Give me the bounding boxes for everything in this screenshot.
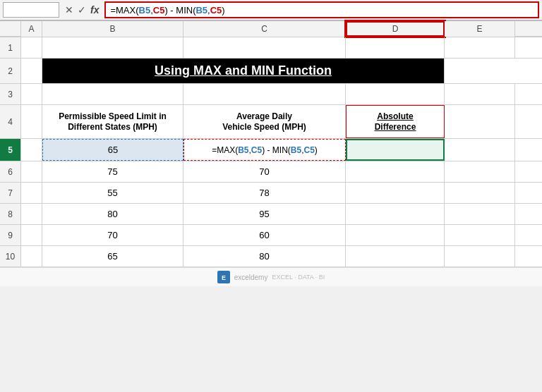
row-num-6: 6 [0, 161, 21, 182]
cell-c1[interactable] [183, 37, 346, 58]
formula-text: =MAX(B5,C5) - MIN(B5,C5) [110, 5, 224, 16]
fx-label: fx [90, 4, 99, 16]
cell-c4[interactable]: Average DailyVehicle Speed (MPH) [183, 105, 346, 138]
cell-e1[interactable] [445, 37, 515, 58]
cell-e3[interactable] [445, 84, 515, 104]
cell-a9[interactable] [21, 225, 42, 245]
row-8: 8 80 95 [0, 204, 542, 225]
cell-d4[interactable]: AbsoluteDifference [346, 105, 445, 138]
cell-e5[interactable] [445, 139, 515, 161]
cell-e7[interactable] [445, 183, 515, 203]
row-num-9: 9 [0, 225, 21, 245]
row-5: 5 65 =MAX(B5,C5) - MIN(B5,C5) [0, 139, 542, 161]
cell-e9[interactable] [445, 225, 515, 245]
row-num-4: 4 [0, 105, 21, 138]
svg-text:E: E [222, 274, 226, 281]
row-num-5: 5 [0, 139, 21, 161]
row-num-10: 10 [0, 246, 21, 267]
cell-d10[interactable] [346, 246, 445, 267]
cell-d3[interactable] [346, 84, 445, 104]
confirm-icon[interactable]: ✓ [78, 4, 86, 16]
cell-b1[interactable] [42, 37, 183, 58]
row-2: 2 Using MAX and MIN Function [0, 59, 542, 84]
row-9: 9 70 60 [0, 225, 542, 246]
cell-b7[interactable]: 55 [42, 183, 183, 203]
row-1: 1 [0, 37, 542, 59]
watermark: E exceldemy EXCEL · DATA · BI [0, 267, 542, 286]
col-header-a[interactable]: A [21, 21, 42, 37]
formula-bar: ✕ ✓ fx =MAX(B5,C5) - MIN(B5,C5) [0, 0, 542, 21]
watermark-subtext: EXCEL · DATA · BI [272, 274, 325, 281]
cell-a5[interactable] [21, 139, 42, 161]
cell-c8[interactable]: 95 [183, 204, 346, 224]
cell-d1[interactable] [346, 37, 445, 58]
row-3: 3 [0, 84, 542, 105]
col-header-e[interactable]: E [445, 21, 515, 37]
exceldemy-logo-icon: E [219, 272, 229, 282]
cell-c3[interactable] [183, 84, 346, 104]
cell-b3[interactable] [42, 84, 183, 104]
cell-c5[interactable]: =MAX(B5,C5) - MIN(B5,C5) [183, 139, 346, 161]
cell-b6[interactable]: 75 [42, 161, 183, 182]
cell-a8[interactable] [21, 204, 42, 224]
cell-a4[interactable] [21, 105, 42, 138]
row-num-2: 2 [0, 59, 21, 83]
row-num-1: 1 [0, 37, 21, 58]
col-header-b[interactable]: B [42, 21, 183, 37]
cell-e10[interactable] [445, 246, 515, 267]
cell-d5[interactable] [346, 139, 445, 161]
cancel-icon[interactable]: ✕ [65, 4, 73, 16]
cell-e6[interactable] [445, 161, 515, 182]
formula-icons: ✕ ✓ fx [62, 4, 102, 16]
col-header-d[interactable]: D [346, 21, 445, 37]
spreadsheet: 1 2 Using MAX and MIN Function 3 4 Permi… [0, 37, 542, 267]
title-cell: Using MAX and MIN Function [42, 59, 445, 83]
cell-c9[interactable]: 60 [183, 225, 346, 245]
cell-a3[interactable] [21, 84, 42, 104]
cell-b9[interactable]: 70 [42, 225, 183, 245]
column-headers: A B C D E [0, 21, 542, 37]
cell-c6[interactable]: 70 [183, 161, 346, 182]
cell-a2[interactable] [21, 59, 42, 83]
cell-d6[interactable] [346, 161, 445, 182]
row-num-7: 7 [0, 183, 21, 203]
row-num-8: 8 [0, 204, 21, 224]
cell-d8[interactable] [346, 204, 445, 224]
corner-header [0, 21, 21, 36]
row-10: 10 65 80 [0, 246, 542, 267]
watermark-logo: E [217, 271, 230, 283]
cell-b5[interactable]: 65 [42, 139, 183, 161]
cell-d7[interactable] [346, 183, 445, 203]
row-4: 4 Permissible Speed Limit inDifferent St… [0, 105, 542, 139]
cell-e8[interactable] [445, 204, 515, 224]
cell-a1[interactable] [21, 37, 42, 58]
row-7: 7 55 78 [0, 183, 542, 204]
formula-input[interactable]: =MAX(B5,C5) - MIN(B5,C5) [104, 1, 539, 18]
watermark-text: exceldemy [234, 274, 268, 281]
cell-b4[interactable]: Permissible Speed Limit inDifferent Stat… [42, 105, 183, 138]
cell-c10[interactable]: 80 [183, 246, 346, 267]
row-6: 6 75 70 [0, 161, 542, 183]
row-num-3: 3 [0, 84, 21, 104]
name-box[interactable] [3, 2, 59, 18]
cell-b8[interactable]: 80 [42, 204, 183, 224]
cell-b10[interactable]: 65 [42, 246, 183, 267]
cell-e4[interactable] [445, 105, 515, 138]
cell-d9[interactable] [346, 225, 445, 245]
col-header-c[interactable]: C [183, 21, 346, 37]
cell-c7[interactable]: 78 [183, 183, 346, 203]
cell-a7[interactable] [21, 183, 42, 203]
cell-a10[interactable] [21, 246, 42, 267]
cell-a6[interactable] [21, 161, 42, 182]
